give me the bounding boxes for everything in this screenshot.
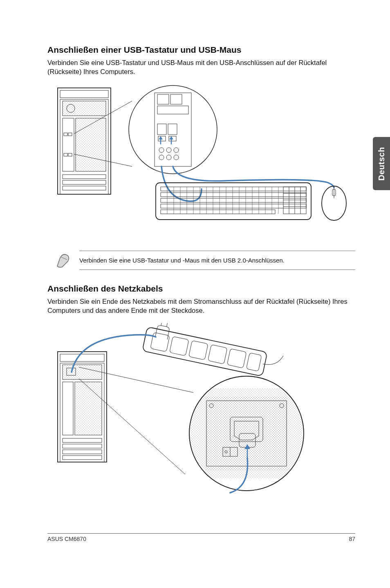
figure-power-connection [47, 321, 355, 501]
keyboard-icon [156, 183, 311, 220]
power-inlet-zoom [189, 376, 304, 493]
svg-rect-90 [246, 353, 262, 371]
svg-rect-89 [227, 349, 246, 368]
power-strip-icon [142, 323, 285, 380]
svg-rect-84 [142, 327, 267, 376]
svg-rect-87 [188, 341, 208, 360]
section1-heading: Anschließen einer USB-Tastatur und USB-M… [47, 45, 355, 55]
svg-point-19 [129, 85, 217, 174]
svg-rect-79 [75, 382, 102, 435]
svg-rect-8 [64, 133, 67, 136]
svg-rect-5 [63, 101, 106, 116]
svg-rect-15 [63, 186, 106, 190]
svg-rect-85 [150, 332, 169, 352]
page-footer: ASUS CM6870 87 [47, 533, 355, 542]
svg-rect-83 [63, 456, 102, 460]
svg-rect-13 [63, 175, 106, 179]
svg-rect-78 [63, 382, 73, 435]
svg-rect-76 [63, 365, 102, 379]
svg-rect-81 [63, 444, 102, 448]
language-tab: Deutsch [373, 137, 390, 190]
svg-rect-3 [60, 90, 108, 98]
svg-rect-74 [60, 354, 104, 361]
section1-paragraph: Verbinden Sie eine USB-Tastatur und USB-… [47, 58, 355, 76]
svg-rect-12 [76, 118, 106, 171]
mouse-icon [322, 186, 346, 220]
svg-rect-37 [161, 187, 306, 191]
svg-rect-86 [169, 337, 188, 356]
section2-heading: Anschließen des Netzkabels [47, 284, 355, 294]
svg-rect-80 [63, 438, 102, 442]
section2-paragraph: Verbinden Sie ein Ende des Netzkabels mi… [47, 297, 355, 315]
pc-tower-icon [58, 352, 107, 462]
svg-rect-9 [68, 133, 72, 136]
pencil-icon [54, 251, 73, 269]
language-tab-label: Deutsch [377, 147, 386, 180]
svg-line-92 [166, 323, 168, 327]
footer-page-number: 87 [349, 536, 355, 542]
svg-rect-41 [161, 210, 275, 214]
note-text: Verbinden Sie eine USB-Tastatur und -Mau… [79, 257, 355, 264]
pc-tower-icon [58, 88, 111, 194]
svg-rect-14 [63, 180, 106, 184]
svg-rect-11 [68, 153, 72, 156]
figure-usb-connection [47, 82, 355, 238]
svg-rect-10 [64, 153, 67, 156]
svg-rect-40 [161, 204, 306, 208]
note-block: Verbinden Sie eine USB-Tastatur und -Mau… [47, 251, 355, 270]
usb-port-zoom [129, 85, 217, 174]
svg-rect-7 [63, 118, 74, 171]
footer-product: ASUS CM6870 [47, 536, 86, 542]
svg-rect-82 [63, 450, 102, 454]
svg-line-91 [161, 323, 162, 325]
svg-rect-88 [208, 345, 227, 364]
